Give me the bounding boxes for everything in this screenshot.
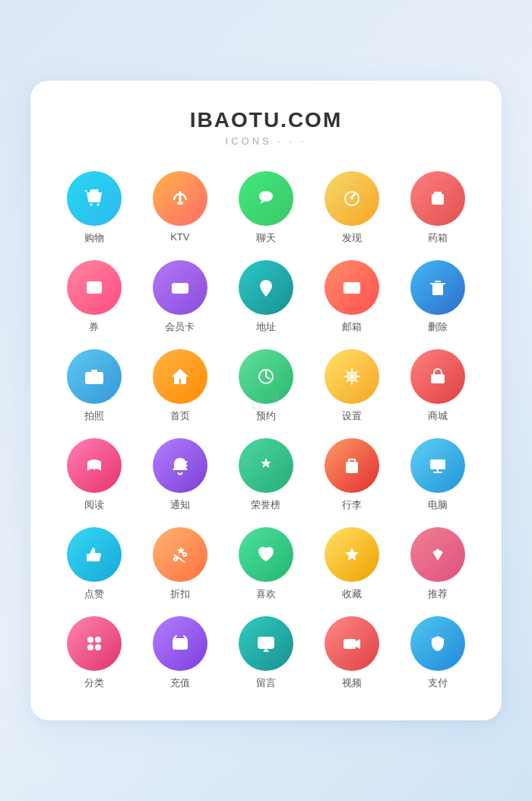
coupon-icon[interactable]: ¥ — [67, 260, 122, 315]
favorite-label: 喜欢 — [256, 587, 276, 601]
photo-label: 拍照 — [84, 409, 104, 423]
home-icon[interactable] — [153, 349, 207, 404]
recommend-label: 推荐 — [428, 587, 448, 601]
icons-grid: 购物 KTV 聊天 发现 药箱 — [55, 171, 477, 690]
svg-text:¥: ¥ — [91, 281, 97, 293]
email-icon[interactable] — [325, 260, 379, 315]
mall-label: 商城 — [428, 409, 448, 423]
icon-item-chat: 聊天 — [226, 171, 305, 245]
recommend-icon[interactable] — [410, 527, 465, 582]
recharge-icon[interactable]: ¥ — [153, 616, 207, 671]
settings-icon[interactable] — [325, 349, 379, 404]
icon-item-video: 视频 — [313, 616, 391, 690]
svg-rect-15 — [174, 289, 180, 291]
site-subtitle: ICONS · · · — [55, 135, 477, 147]
icon-item-medicine: 药箱 — [399, 171, 477, 245]
notify-label: 通知 — [170, 498, 190, 512]
icon-item-computer: 电脑 — [399, 438, 477, 512]
reading-label: 阅读 — [84, 498, 104, 512]
pay-label: 支付 — [428, 676, 448, 690]
svg-point-8 — [268, 195, 270, 197]
icon-item-like: 点赞 — [55, 527, 133, 601]
photo-icon[interactable] — [67, 349, 122, 404]
membership-icon[interactable] — [153, 260, 207, 315]
site-title: IBAOTU.COM — [55, 108, 477, 132]
icon-item-notify: 通知 — [141, 438, 219, 512]
svg-point-1 — [90, 204, 92, 206]
comment-label: 留言 — [256, 676, 276, 690]
luggage-label: 行李 — [342, 498, 362, 512]
icon-item-address: 地址 — [226, 260, 305, 334]
shopping-label: 购物 — [84, 231, 104, 245]
notify-icon[interactable] — [153, 438, 207, 493]
medicine-label: 药箱 — [428, 231, 448, 245]
membership-label: 会员卡 — [165, 320, 195, 334]
address-label: 地址 — [256, 320, 276, 334]
icon-item-discount: 折扣 — [141, 527, 219, 601]
svg-rect-38 — [344, 639, 356, 649]
icon-item-recommend: 推荐 — [399, 527, 477, 601]
icon-item-recharge: ¥ 充值 — [141, 616, 219, 690]
address-icon[interactable] — [239, 260, 293, 315]
favorite-icon[interactable] — [239, 527, 293, 582]
icon-item-mall: 商城 — [399, 349, 477, 423]
icon-item-delete: 删除 — [399, 260, 477, 334]
svg-point-21 — [93, 377, 96, 380]
icon-item-discover: 发现 — [313, 171, 391, 245]
ktv-label: KTV — [170, 231, 189, 243]
icon-item-luggage: 行李 — [313, 438, 391, 512]
category-icon[interactable] — [67, 616, 122, 671]
home-label: 首页 — [170, 409, 190, 423]
svg-text:¥: ¥ — [177, 639, 182, 650]
discount-label: 折扣 — [170, 587, 190, 601]
icon-item-comment: 留言 — [226, 616, 305, 690]
delete-icon[interactable] — [410, 260, 465, 315]
ktv-icon[interactable] — [153, 171, 207, 226]
like-label: 点赞 — [84, 587, 104, 601]
comment-icon[interactable] — [239, 616, 293, 671]
pay-icon[interactable]: ¥ — [410, 616, 465, 671]
chat-label: 聊天 — [256, 231, 276, 245]
appointment-icon[interactable] — [239, 349, 293, 404]
svg-rect-30 — [87, 554, 90, 561]
svg-point-2 — [97, 204, 99, 206]
icon-item-honor: 荣誉榜 — [226, 438, 305, 512]
svg-point-32 — [95, 637, 101, 643]
discover-icon[interactable] — [325, 171, 379, 226]
discount-icon[interactable] — [153, 527, 207, 582]
settings-label: 设置 — [342, 409, 362, 423]
honor-label: 荣誉榜 — [251, 498, 280, 512]
icon-item-settings: 设置 — [313, 349, 391, 423]
shopping-icon[interactable] — [67, 171, 122, 226]
chat-icon[interactable] — [239, 171, 293, 226]
svg-point-10 — [351, 198, 353, 200]
delete-label: 删除 — [428, 320, 448, 334]
svg-rect-27 — [435, 378, 441, 380]
icon-item-membership: 会员卡 — [141, 260, 219, 334]
honor-icon[interactable] — [239, 438, 293, 493]
appointment-label: 预约 — [256, 409, 276, 423]
collect-label: 收藏 — [342, 587, 362, 601]
icon-item-coupon: ¥ 券 — [55, 260, 133, 334]
video-icon[interactable] — [325, 616, 379, 671]
computer-icon[interactable] — [410, 438, 465, 493]
svg-rect-4 — [179, 191, 181, 202]
collect-icon[interactable] — [325, 527, 379, 582]
svg-rect-17 — [344, 282, 360, 294]
mall-icon[interactable] — [410, 349, 465, 404]
icon-item-shopping: 购物 — [55, 171, 133, 245]
medicine-icon[interactable] — [410, 171, 465, 226]
reading-icon[interactable] — [67, 438, 122, 493]
like-icon[interactable] — [67, 527, 122, 582]
svg-text:¥: ¥ — [435, 640, 441, 650]
svg-point-24 — [350, 374, 355, 380]
video-label: 视频 — [342, 676, 362, 690]
luggage-icon[interactable] — [325, 438, 379, 493]
svg-rect-22 — [91, 370, 97, 373]
email-label: 邮箱 — [342, 320, 362, 334]
svg-point-16 — [264, 284, 268, 288]
svg-rect-37 — [258, 637, 274, 649]
icon-item-email: 邮箱 — [313, 260, 391, 334]
svg-point-6 — [262, 195, 264, 197]
icon-item-collect: 收藏 — [313, 527, 391, 601]
